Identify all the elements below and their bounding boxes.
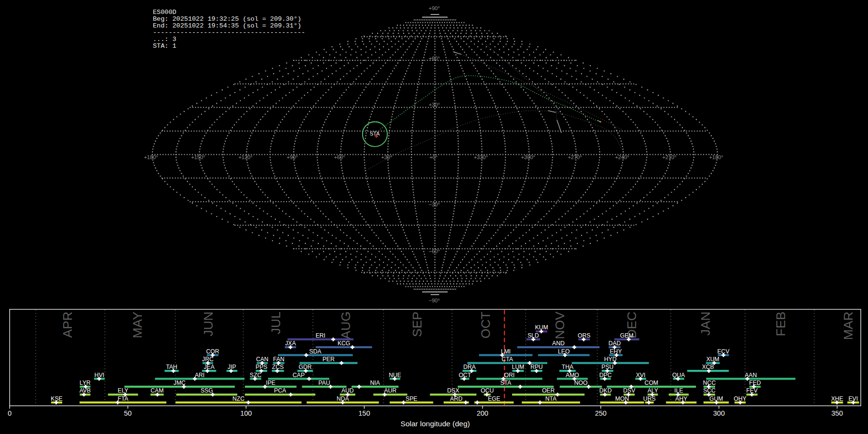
svg-text:200: 200 [476, 409, 488, 417]
svg-text:HVI: HVI [95, 372, 104, 379]
svg-text:300: 300 [713, 409, 725, 417]
svg-text:250: 250 [595, 409, 607, 417]
svg-text:ERI: ERI [315, 332, 325, 339]
svg-text:+240°: +240° [615, 154, 629, 160]
svg-text:------------------------------: --------------------------------------- [153, 29, 305, 36]
svg-text:XVI: XVI [636, 372, 646, 379]
svg-text:IPE: IPE [266, 380, 276, 386]
svg-text:EHY: EHY [610, 348, 622, 355]
svg-text:ORI: ORI [504, 372, 515, 379]
svg-text:SZC: SZC [250, 372, 262, 379]
svg-text:−30°: −30° [429, 202, 440, 207]
svg-text:PER: PER [323, 356, 335, 363]
svg-text:+60°: +60° [429, 55, 440, 61]
svg-text:KSE: KSE [51, 395, 62, 402]
svg-text:TAH: TAH [166, 364, 177, 370]
svg-text:...: 3: ...: 3 [153, 36, 176, 43]
svg-text:SEP: SEP [410, 312, 424, 337]
svg-text:ARI: ARI [195, 372, 204, 379]
svg-text:HYD: HYD [604, 356, 617, 363]
svg-text:DSV: DSV [623, 387, 636, 394]
svg-text:NOO: NOO [574, 380, 588, 386]
svg-text:SDA: SDA [309, 348, 322, 355]
svg-text:SPE: SPE [406, 395, 417, 402]
svg-text:AAN: AAN [745, 372, 757, 379]
svg-text:CTA: CTA [502, 356, 513, 363]
svg-text:LUM: LUM [512, 364, 525, 370]
svg-text:FAN: FAN [273, 356, 285, 363]
svg-text:XHE: XHE [831, 395, 843, 402]
svg-text:LEO: LEO [558, 348, 570, 355]
svg-text:PSU: PSU [601, 364, 613, 370]
svg-text:FEV: FEV [746, 387, 758, 394]
svg-text:SSG: SSG [201, 387, 213, 394]
svg-text:COM: COM [645, 380, 658, 386]
svg-text:EVI: EVI [848, 395, 858, 402]
svg-text:OCU: OCU [481, 387, 494, 394]
svg-text:PCA: PCA [274, 387, 286, 394]
svg-text:+90°: +90° [429, 5, 440, 11]
svg-text:FED: FED [749, 380, 761, 386]
svg-text:ILE: ILE [674, 387, 683, 394]
svg-text:JRC: JRC [202, 356, 214, 363]
svg-text:THA: THA [562, 364, 574, 370]
svg-text:+30°: +30° [381, 154, 392, 160]
svg-text:KUM: KUM [535, 324, 548, 331]
svg-text:XUM: XUM [706, 356, 719, 363]
svg-text:AMO: AMO [566, 372, 579, 379]
svg-text:AUD: AUD [341, 387, 354, 394]
svg-text:100: 100 [240, 409, 252, 417]
svg-text:+180°: +180° [144, 154, 158, 160]
svg-text:JAN: JAN [698, 312, 713, 336]
svg-text:AUR: AUR [384, 387, 397, 394]
svg-text:+330°: +330° [474, 154, 488, 160]
svg-text:NCC: NCC [703, 380, 716, 386]
svg-text:+210°: +210° [662, 154, 676, 160]
svg-text:+120°: +120° [238, 154, 252, 160]
svg-text:+60°: +60° [334, 154, 345, 160]
svg-text:JUN: JUN [201, 312, 216, 337]
svg-text:LMI: LMI [501, 348, 511, 355]
svg-text:MON: MON [615, 395, 629, 402]
svg-text:MAY: MAY [130, 312, 145, 339]
svg-text:APR: APR [60, 312, 75, 338]
svg-text:ARD: ARD [450, 395, 462, 402]
svg-text:NIA: NIA [370, 380, 380, 386]
svg-text:JXA: JXA [285, 340, 296, 347]
svg-text:+30°: +30° [429, 102, 440, 108]
svg-text:AHY: AHY [675, 395, 687, 402]
svg-text:PAU: PAU [318, 380, 330, 386]
svg-text:OCT: OCT [459, 372, 471, 379]
svg-text:AVB: AVB [80, 387, 91, 394]
svg-text:RPU: RPU [530, 364, 543, 370]
svg-text:ALY: ALY [648, 387, 658, 394]
svg-text:ZCS: ZCS [272, 364, 284, 370]
svg-text:ES000D: ES000D [153, 9, 176, 16]
svg-text:URS: URS [643, 395, 656, 402]
svg-text:+180°: +180° [709, 154, 723, 160]
svg-text:350: 350 [831, 409, 843, 417]
svg-text:Solar longitude (deg): Solar longitude (deg) [401, 420, 470, 428]
svg-text:ECV: ECV [717, 348, 730, 355]
svg-text:+300°: +300° [521, 154, 535, 160]
svg-text:STA: STA [370, 131, 380, 136]
svg-text:NZC: NZC [232, 395, 244, 402]
svg-text:+150°: +150° [191, 154, 205, 160]
svg-text:OHY: OHY [734, 395, 746, 402]
svg-text:AUG: AUG [339, 312, 353, 339]
svg-text:PPS: PPS [256, 364, 267, 370]
svg-text:XCB: XCB [702, 364, 714, 370]
svg-text:CAM: CAM [150, 387, 163, 394]
svg-text:JIP: JIP [228, 364, 236, 370]
svg-text:50: 50 [124, 409, 132, 417]
svg-text:DKD: DKD [599, 387, 612, 394]
svg-text:NOV: NOV [553, 312, 567, 339]
svg-text:EGE: EGE [488, 395, 501, 402]
svg-text:−90°: −90° [429, 298, 440, 303]
svg-text:LYR: LYR [80, 380, 91, 386]
svg-text:JEA: JEA [203, 364, 215, 370]
svg-text:−60°: −60° [429, 248, 440, 254]
svg-text:KCG: KCG [338, 340, 350, 347]
svg-text:+0°: +0° [430, 154, 438, 160]
svg-text:JMC: JMC [174, 380, 186, 386]
